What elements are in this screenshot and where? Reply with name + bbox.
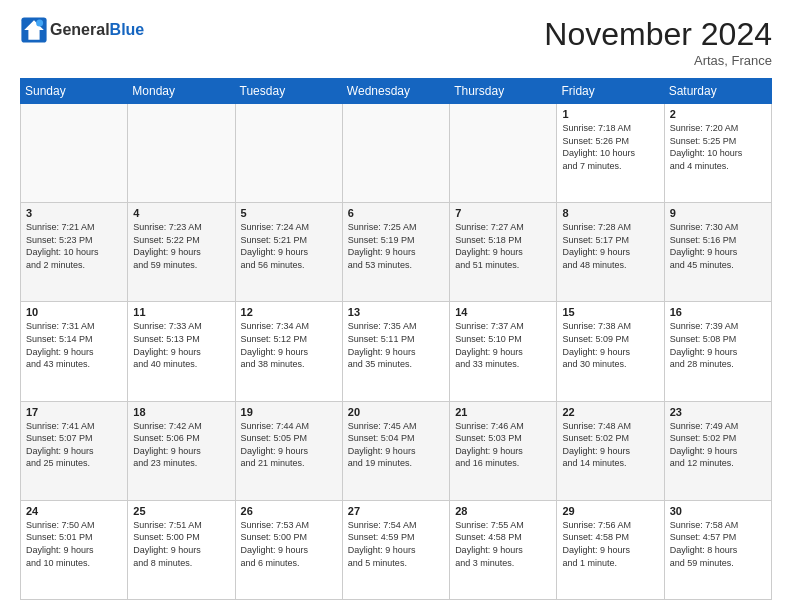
day-number: 2 [670,108,766,120]
day-info: Sunrise: 7:55 AM Sunset: 4:58 PM Dayligh… [455,519,551,569]
calendar-cell: 20Sunrise: 7:45 AM Sunset: 5:04 PM Dayli… [342,401,449,500]
day-number: 5 [241,207,337,219]
day-info: Sunrise: 7:37 AM Sunset: 5:10 PM Dayligh… [455,320,551,370]
calendar-cell: 30Sunrise: 7:58 AM Sunset: 4:57 PM Dayli… [664,500,771,599]
calendar-cell: 11Sunrise: 7:33 AM Sunset: 5:13 PM Dayli… [128,302,235,401]
day-info: Sunrise: 7:51 AM Sunset: 5:00 PM Dayligh… [133,519,229,569]
calendar-cell: 5Sunrise: 7:24 AM Sunset: 5:21 PM Daylig… [235,203,342,302]
calendar-cell: 21Sunrise: 7:46 AM Sunset: 5:03 PM Dayli… [450,401,557,500]
day-info: Sunrise: 7:56 AM Sunset: 4:58 PM Dayligh… [562,519,658,569]
calendar-cell: 29Sunrise: 7:56 AM Sunset: 4:58 PM Dayli… [557,500,664,599]
day-info: Sunrise: 7:18 AM Sunset: 5:26 PM Dayligh… [562,122,658,172]
calendar-cell: 12Sunrise: 7:34 AM Sunset: 5:12 PM Dayli… [235,302,342,401]
svg-point-2 [36,20,43,27]
day-info: Sunrise: 7:58 AM Sunset: 4:57 PM Dayligh… [670,519,766,569]
day-header-monday: Monday [128,79,235,104]
day-number: 23 [670,406,766,418]
day-header-wednesday: Wednesday [342,79,449,104]
day-number: 22 [562,406,658,418]
calendar-cell: 26Sunrise: 7:53 AM Sunset: 5:00 PM Dayli… [235,500,342,599]
calendar-cell: 17Sunrise: 7:41 AM Sunset: 5:07 PM Dayli… [21,401,128,500]
calendar-table: SundayMondayTuesdayWednesdayThursdayFrid… [20,78,772,600]
day-info: Sunrise: 7:30 AM Sunset: 5:16 PM Dayligh… [670,221,766,271]
calendar-cell: 6Sunrise: 7:25 AM Sunset: 5:19 PM Daylig… [342,203,449,302]
day-info: Sunrise: 7:39 AM Sunset: 5:08 PM Dayligh… [670,320,766,370]
day-number: 14 [455,306,551,318]
calendar-week-0: 1Sunrise: 7:18 AM Sunset: 5:26 PM Daylig… [21,104,772,203]
calendar-cell: 28Sunrise: 7:55 AM Sunset: 4:58 PM Dayli… [450,500,557,599]
day-info: Sunrise: 7:33 AM Sunset: 5:13 PM Dayligh… [133,320,229,370]
day-number: 12 [241,306,337,318]
calendar-cell: 10Sunrise: 7:31 AM Sunset: 5:14 PM Dayli… [21,302,128,401]
day-info: Sunrise: 7:45 AM Sunset: 5:04 PM Dayligh… [348,420,444,470]
day-number: 8 [562,207,658,219]
day-number: 21 [455,406,551,418]
logo-text: GeneralBlue [50,21,144,39]
calendar-cell [128,104,235,203]
day-info: Sunrise: 7:20 AM Sunset: 5:25 PM Dayligh… [670,122,766,172]
day-info: Sunrise: 7:23 AM Sunset: 5:22 PM Dayligh… [133,221,229,271]
day-number: 9 [670,207,766,219]
location: Artas, France [544,53,772,68]
day-header-sunday: Sunday [21,79,128,104]
day-number: 6 [348,207,444,219]
day-number: 25 [133,505,229,517]
calendar-cell: 25Sunrise: 7:51 AM Sunset: 5:00 PM Dayli… [128,500,235,599]
month-title: November 2024 [544,16,772,53]
day-number: 13 [348,306,444,318]
day-info: Sunrise: 7:24 AM Sunset: 5:21 PM Dayligh… [241,221,337,271]
day-info: Sunrise: 7:35 AM Sunset: 5:11 PM Dayligh… [348,320,444,370]
day-info: Sunrise: 7:34 AM Sunset: 5:12 PM Dayligh… [241,320,337,370]
day-info: Sunrise: 7:31 AM Sunset: 5:14 PM Dayligh… [26,320,122,370]
day-number: 30 [670,505,766,517]
calendar-cell: 23Sunrise: 7:49 AM Sunset: 5:02 PM Dayli… [664,401,771,500]
day-header-tuesday: Tuesday [235,79,342,104]
calendar-cell: 4Sunrise: 7:23 AM Sunset: 5:22 PM Daylig… [128,203,235,302]
calendar-cell: 1Sunrise: 7:18 AM Sunset: 5:26 PM Daylig… [557,104,664,203]
day-info: Sunrise: 7:42 AM Sunset: 5:06 PM Dayligh… [133,420,229,470]
day-number: 7 [455,207,551,219]
header: GeneralBlue November 2024 Artas, France [20,16,772,68]
day-number: 1 [562,108,658,120]
day-info: Sunrise: 7:48 AM Sunset: 5:02 PM Dayligh… [562,420,658,470]
calendar-cell: 2Sunrise: 7:20 AM Sunset: 5:25 PM Daylig… [664,104,771,203]
day-number: 3 [26,207,122,219]
title-block: November 2024 Artas, France [544,16,772,68]
day-number: 19 [241,406,337,418]
day-info: Sunrise: 7:41 AM Sunset: 5:07 PM Dayligh… [26,420,122,470]
day-info: Sunrise: 7:38 AM Sunset: 5:09 PM Dayligh… [562,320,658,370]
calendar-cell [235,104,342,203]
day-info: Sunrise: 7:25 AM Sunset: 5:19 PM Dayligh… [348,221,444,271]
calendar-cell: 8Sunrise: 7:28 AM Sunset: 5:17 PM Daylig… [557,203,664,302]
day-number: 17 [26,406,122,418]
calendar-cell [450,104,557,203]
calendar-cell: 7Sunrise: 7:27 AM Sunset: 5:18 PM Daylig… [450,203,557,302]
day-info: Sunrise: 7:27 AM Sunset: 5:18 PM Dayligh… [455,221,551,271]
calendar-cell: 19Sunrise: 7:44 AM Sunset: 5:05 PM Dayli… [235,401,342,500]
calendar-cell: 24Sunrise: 7:50 AM Sunset: 5:01 PM Dayli… [21,500,128,599]
calendar-cell: 16Sunrise: 7:39 AM Sunset: 5:08 PM Dayli… [664,302,771,401]
logo-icon [20,16,48,44]
day-header-thursday: Thursday [450,79,557,104]
calendar-week-1: 3Sunrise: 7:21 AM Sunset: 5:23 PM Daylig… [21,203,772,302]
calendar-cell: 22Sunrise: 7:48 AM Sunset: 5:02 PM Dayli… [557,401,664,500]
logo-general: General [50,21,110,38]
day-number: 11 [133,306,229,318]
day-info: Sunrise: 7:21 AM Sunset: 5:23 PM Dayligh… [26,221,122,271]
day-number: 15 [562,306,658,318]
page: GeneralBlue November 2024 Artas, France … [0,0,792,612]
day-number: 28 [455,505,551,517]
calendar-cell: 3Sunrise: 7:21 AM Sunset: 5:23 PM Daylig… [21,203,128,302]
calendar-cell: 15Sunrise: 7:38 AM Sunset: 5:09 PM Dayli… [557,302,664,401]
day-number: 10 [26,306,122,318]
day-info: Sunrise: 7:28 AM Sunset: 5:17 PM Dayligh… [562,221,658,271]
day-info: Sunrise: 7:46 AM Sunset: 5:03 PM Dayligh… [455,420,551,470]
day-number: 24 [26,505,122,517]
calendar-cell [342,104,449,203]
day-number: 26 [241,505,337,517]
calendar-week-4: 24Sunrise: 7:50 AM Sunset: 5:01 PM Dayli… [21,500,772,599]
day-number: 20 [348,406,444,418]
day-number: 27 [348,505,444,517]
calendar-cell: 9Sunrise: 7:30 AM Sunset: 5:16 PM Daylig… [664,203,771,302]
calendar-week-2: 10Sunrise: 7:31 AM Sunset: 5:14 PM Dayli… [21,302,772,401]
